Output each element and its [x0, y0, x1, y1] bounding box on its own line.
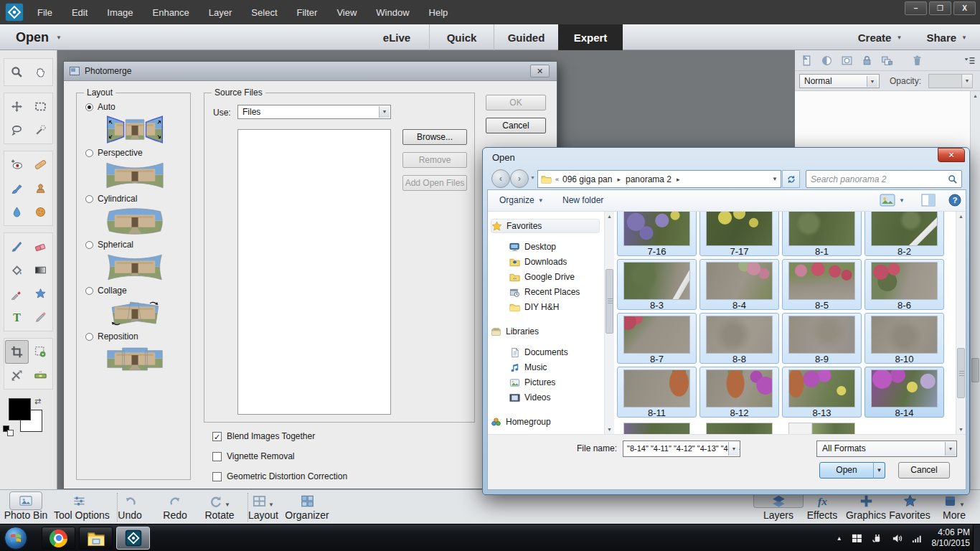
new-layer-icon[interactable] — [801, 55, 813, 67]
taskbar-pse-button[interactable] — [116, 527, 150, 550]
undo-button[interactable]: Undo — [105, 492, 155, 521]
checkbox-geometric-distortion-correction[interactable]: Geometric Distortion Correction — [212, 466, 347, 486]
tool-eyedropper[interactable] — [5, 282, 29, 306]
clock[interactable]: 4:06 PM 8/10/2015 — [932, 527, 970, 549]
file-tile-8-7[interactable]: 8-7 — [617, 313, 697, 364]
scrollbar-thumb[interactable] — [971, 358, 979, 382]
tab-elive[interactable]: eLive — [364, 24, 429, 50]
tool-marquee[interactable] — [29, 95, 52, 118]
lock-pixels-icon[interactable] — [881, 55, 893, 67]
minimize-button[interactable]: – — [905, 1, 927, 15]
lock-icon[interactable] — [861, 55, 873, 67]
file-tile-7-17[interactable]: 7-17 — [699, 212, 779, 256]
tool-pencil[interactable] — [29, 306, 52, 329]
tool-recompose[interactable] — [5, 364, 29, 387]
browse-button[interactable]: Browse... — [402, 129, 467, 145]
effects-button[interactable]: fxEffects — [797, 492, 847, 521]
opacity-select[interactable]: ▼ — [928, 74, 973, 88]
tool-cookie[interactable] — [29, 340, 52, 364]
share-button[interactable]: Share ▼ — [926, 32, 967, 44]
favorites-button[interactable]: Favorites — [885, 492, 935, 521]
preview-pane-button[interactable] — [921, 194, 936, 207]
nav-section-libraries[interactable]: Libraries — [491, 324, 600, 339]
tool-bucket[interactable] — [5, 258, 29, 282]
layers-button[interactable]: Layers — [753, 492, 804, 521]
menu-view[interactable]: View — [336, 7, 357, 18]
tab-expert[interactable]: Expert — [558, 24, 623, 50]
nav-item-pictures[interactable]: Pictures — [509, 375, 603, 390]
rotate-button[interactable]: ▼Rotate — [194, 492, 245, 521]
graphics-button[interactable]: Graphics — [841, 492, 891, 521]
foreground-color-swatch[interactable] — [9, 398, 31, 420]
start-button[interactable] — [4, 526, 28, 550]
nav-section-favorites[interactable]: Favorites — [491, 219, 600, 233]
menu-edit[interactable]: Edit — [72, 7, 88, 18]
checkbox-vignette-removal[interactable]: Vignette Removal — [212, 446, 347, 466]
more-button[interactable]: ▼More — [929, 492, 979, 521]
tool-brush[interactable] — [5, 235, 29, 258]
file-tile-8-14[interactable]: 8-14 — [864, 367, 944, 418]
tool-eraser[interactable] — [29, 235, 52, 258]
tool-shape[interactable] — [29, 282, 52, 306]
scrollbar-thumb[interactable] — [606, 269, 613, 334]
show-desktop-button[interactable] — [973, 524, 980, 551]
redo-button[interactable]: Redo — [150, 492, 200, 521]
nav-item-desktop[interactable]: Desktop — [509, 240, 603, 254]
file-tile-8-9[interactable]: 8-9 — [782, 313, 862, 364]
layout-option-cylindrical[interactable]: Cylindrical — [85, 192, 190, 205]
open-button[interactable]: Open ▼ — [16, 24, 62, 50]
tool-lasso[interactable] — [5, 118, 29, 142]
tool-quick-select[interactable] — [29, 118, 52, 142]
search-icon[interactable] — [948, 174, 958, 184]
address-bar[interactable]: « 096 giga pan▸panorama 2▸ ▼ — [537, 170, 781, 188]
breadcrumb-separator-icon[interactable]: ▸ — [617, 176, 621, 183]
scroll-up-icon[interactable]: ▲ — [956, 212, 966, 221]
breadcrumb-separator-icon[interactable]: ▸ — [677, 176, 680, 183]
breadcrumb-item[interactable]: 096 giga pan — [562, 174, 612, 184]
nav-item-videos[interactable]: Videos — [509, 390, 603, 405]
file-tile-8-13[interactable]: 8-13 — [782, 367, 862, 418]
file-tile-8-1[interactable]: 8-1 — [782, 212, 862, 256]
tool-gradient[interactable] — [29, 258, 52, 282]
views-button[interactable]: ▼ — [880, 194, 905, 207]
layout-option-collage[interactable]: Collage — [85, 284, 190, 297]
nav-item-diy-h-h[interactable]: DIY H&H — [509, 300, 603, 314]
file-tile-8-11[interactable]: 8-11 — [617, 367, 697, 418]
layers-panel-scrollbar[interactable]: ▲ — [970, 91, 980, 489]
back-button[interactable]: ‹ — [491, 169, 510, 188]
organize-button[interactable]: Organize ▼ — [499, 195, 544, 205]
blend-mode-select[interactable]: Normal ▼ — [799, 74, 880, 88]
refresh-button[interactable] — [782, 170, 800, 188]
scroll-down-icon[interactable]: ▼ — [956, 425, 966, 434]
menu-layer[interactable]: Layer — [209, 7, 232, 18]
file-tile-8-12[interactable]: 8-12 — [699, 367, 779, 418]
remove-button[interactable]: Remove — [402, 152, 467, 168]
address-dropdown-icon[interactable]: ▼ — [772, 176, 778, 182]
file-tile-partial[interactable] — [617, 420, 697, 434]
panel-menu-icon[interactable] — [963, 55, 976, 67]
checkbox-blend-images-together[interactable]: ✓Blend Images Together — [212, 426, 347, 446]
hidden-icons-button[interactable]: ▲ — [837, 535, 842, 542]
menu-filter[interactable]: Filter — [297, 7, 318, 18]
use-select[interactable]: Files ▼ — [237, 105, 391, 119]
folder-tree-scrollbar[interactable]: ▲ ▼ — [604, 212, 614, 434]
scroll-up-icon[interactable]: ▲ — [605, 212, 614, 221]
file-name-input[interactable]: "8-14" "4-11" "4-12" "4-13" "4-14" "4-15… — [623, 441, 740, 457]
file-tile-8-2[interactable]: 8-2 — [864, 212, 944, 256]
help-button[interactable]: ? — [948, 194, 961, 207]
tool-sponge[interactable] — [29, 200, 52, 224]
search-input[interactable] — [809, 172, 938, 186]
nav-item-google-drive[interactable]: Google Drive — [509, 270, 603, 284]
file-format-select[interactable]: All Formats ▼ — [816, 441, 957, 457]
tool-type[interactable]: T — [5, 306, 29, 329]
photo-bin-toggle[interactable] — [9, 491, 42, 510]
tab-guided[interactable]: Guided — [494, 24, 558, 50]
swap-colors-icon[interactable]: ⇄ — [34, 397, 41, 406]
delete-layer-icon[interactable] — [911, 55, 923, 67]
menu-window[interactable]: Window — [376, 7, 409, 18]
adjustment-layer-icon[interactable] — [821, 55, 833, 67]
nav-item-documents[interactable]: Documents — [509, 345, 603, 359]
network-icon[interactable] — [912, 533, 923, 544]
tool-clone-stamp[interactable] — [29, 176, 52, 200]
file-grid-scrollbar[interactable]: ▲ ▼ — [956, 212, 966, 434]
